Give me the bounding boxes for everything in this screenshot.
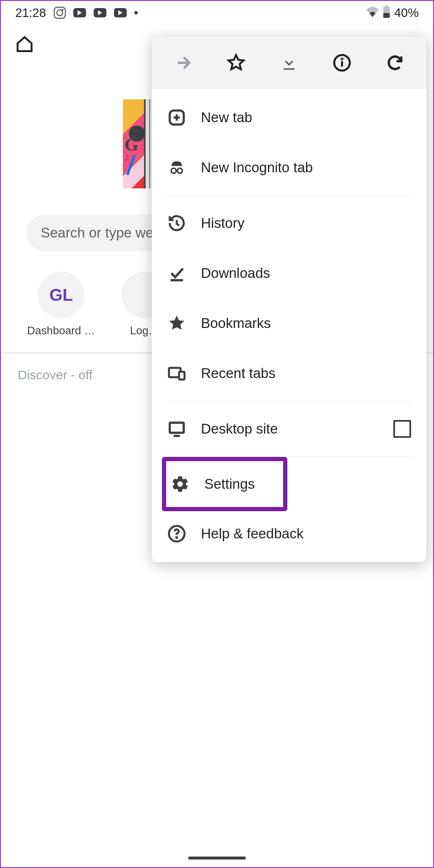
menu-item-recent-tabs[interactable]: Recent tabs: [152, 348, 426, 398]
youtube-icon: [114, 8, 127, 17]
nav-gesture-pill[interactable]: [188, 857, 246, 860]
shortcut-label: Dashboard …: [27, 324, 95, 337]
forward-button[interactable]: [171, 51, 195, 75]
menu-item-label: Bookmarks: [201, 315, 271, 331]
overflow-menu: New tab New Incognito tab History Downlo…: [152, 36, 426, 562]
devices-icon: [167, 364, 186, 383]
youtube-icon: [73, 8, 86, 17]
clock: 21:28: [15, 6, 46, 20]
menu-item-settings[interactable]: Settings: [162, 457, 287, 511]
wifi-icon: [366, 6, 379, 20]
svg-point-18: [176, 537, 177, 538]
menu-item-label: Settings: [204, 476, 255, 492]
svg-rect-0: [385, 5, 387, 7]
notification-dot-icon: [134, 11, 138, 14]
status-left: 21:28: [15, 6, 138, 20]
svg-point-9: [171, 168, 176, 173]
menu-item-incognito[interactable]: New Incognito tab: [152, 143, 426, 193]
desktop-icon: [167, 419, 186, 439]
menu-item-label: Recent tabs: [201, 365, 275, 381]
page-info-button[interactable]: [330, 51, 354, 75]
bookmark-star-button[interactable]: [224, 51, 248, 75]
menu-item-label: Downloads: [201, 265, 270, 281]
shortcut-tile[interactable]: GL Dashboard …: [27, 272, 95, 337]
download-done-icon: [167, 263, 186, 283]
battery-icon: [383, 5, 390, 21]
status-right: 40%: [366, 5, 419, 21]
star-filled-icon: [167, 314, 186, 333]
menu-item-desktop-site[interactable]: Desktop site: [152, 404, 426, 454]
svg-rect-14: [179, 372, 185, 379]
incognito-icon: [167, 158, 186, 177]
svg-point-5: [342, 59, 342, 59]
menu-item-label: Help & feedback: [201, 526, 303, 542]
svg-point-10: [177, 168, 182, 173]
desktop-site-checkbox[interactable]: [393, 420, 411, 438]
menu-item-new-tab[interactable]: New tab: [152, 92, 426, 143]
menu-item-history[interactable]: History: [152, 198, 426, 248]
status-bar: 21:28 40%: [1, 1, 433, 25]
reload-button[interactable]: [383, 51, 407, 75]
menu-item-label: New Incognito tab: [201, 160, 313, 176]
history-icon: [167, 213, 186, 233]
instagram-icon: [54, 7, 66, 19]
battery-percent: 40%: [394, 6, 419, 20]
menu-item-bookmarks[interactable]: Bookmarks: [152, 298, 426, 348]
menu-item-label: History: [201, 215, 245, 231]
gear-icon: [170, 474, 190, 494]
home-button[interactable]: [15, 35, 34, 53]
youtube-icon: [94, 8, 106, 17]
svg-rect-15: [170, 423, 184, 433]
menu-item-label: Desktop site: [201, 421, 278, 437]
plus-square-icon: [167, 108, 186, 127]
menu-separator: [165, 195, 413, 196]
help-icon: [167, 524, 186, 543]
shortcut-favicon: GL: [38, 272, 84, 318]
download-button[interactable]: [277, 51, 301, 75]
svg-rect-2: [383, 13, 389, 17]
menu-item-label: New tab: [201, 109, 252, 126]
menu-action-row: [152, 36, 426, 89]
menu-item-help[interactable]: Help & feedback: [152, 509, 426, 559]
menu-separator: [165, 401, 413, 401]
menu-item-downloads[interactable]: Downloads: [152, 248, 426, 298]
